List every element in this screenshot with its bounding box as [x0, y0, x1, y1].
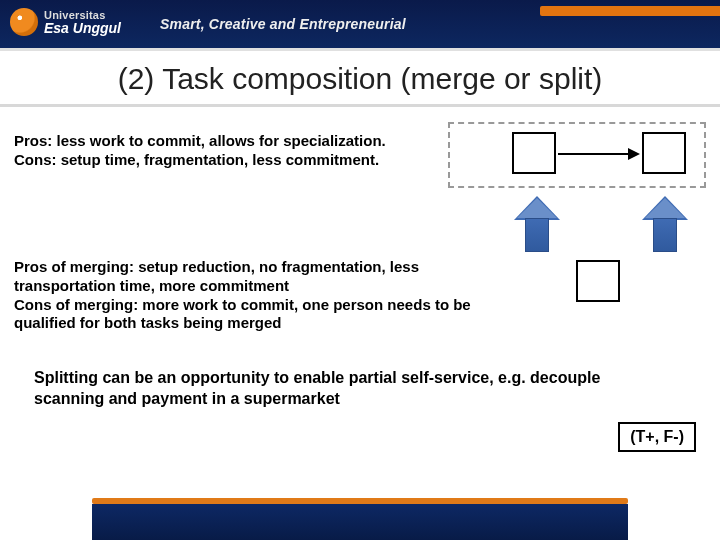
task-box	[512, 132, 556, 174]
task-box	[642, 132, 686, 174]
text-line: Cons of merging: more work to commit, on…	[14, 296, 474, 334]
header-bar: Universitas Esa Unggul Smart, Creative a…	[0, 0, 720, 48]
text-line: Cons: setup time, fragmentation, less co…	[14, 151, 434, 170]
split-pros-cons: Pros: less work to commit, allows for sp…	[14, 132, 434, 170]
right-arrow-icon	[558, 150, 640, 158]
footer-bar	[0, 494, 720, 540]
divider	[0, 104, 720, 107]
up-arrow-icon	[642, 196, 688, 254]
merged-task-box	[576, 260, 620, 302]
tagline: Smart, Creative and Entrepreneurial	[160, 16, 406, 32]
text-line: Pros of merging: setup reduction, no fra…	[14, 258, 474, 296]
logo-name: Esa Unggul	[44, 21, 121, 35]
slide-title: (2) Task composition (merge or split)	[60, 62, 660, 97]
divider	[0, 48, 720, 51]
merge-pros-cons: Pros of merging: setup reduction, no fra…	[14, 258, 474, 333]
impact-badge: (T+, F-)	[618, 422, 696, 452]
up-arrow-icon	[514, 196, 560, 254]
text-line: Pros: less work to commit, allows for sp…	[14, 132, 434, 151]
logo-swirl-icon	[10, 8, 38, 36]
logo: Universitas Esa Unggul	[10, 8, 121, 36]
logo-text: Universitas Esa Unggul	[44, 10, 121, 35]
logo-subtitle: Universitas	[44, 10, 121, 21]
slide: Universitas Esa Unggul Smart, Creative a…	[0, 0, 720, 540]
accent-bar	[540, 6, 720, 16]
footer-panel	[92, 504, 628, 540]
splitting-note: Splitting can be an opportunity to enabl…	[34, 368, 674, 410]
